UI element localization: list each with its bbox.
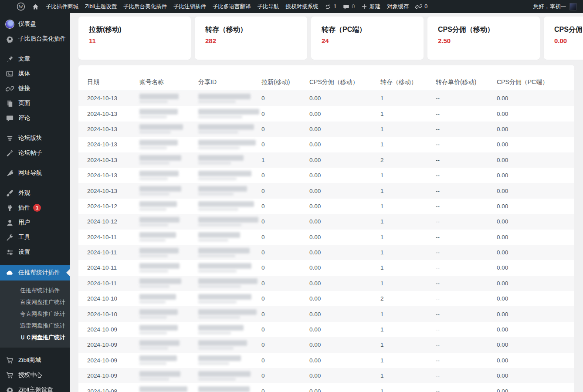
appearance-icon	[5, 189, 14, 197]
updates-indicator[interactable]: 1	[325, 3, 336, 10]
cell-save-mobile: 1	[380, 322, 436, 337]
stat-card-title: 转存（移动）	[205, 25, 297, 34]
sidebar-item-posts[interactable]: 文章	[0, 51, 70, 66]
cell-account-redacted	[139, 245, 198, 260]
cell-share-id-redacted	[198, 168, 261, 183]
admin-bar-item[interactable]: 子比多语言翻译	[213, 3, 251, 10]
sidebar-item-rentuibang-stats[interactable]: 任推帮统计插件	[0, 265, 70, 280]
cell-share-id-redacted	[198, 106, 261, 121]
sidebar-item-comments[interactable]: 评论	[0, 111, 70, 125]
sidebar-item-media[interactable]: 媒体	[0, 66, 70, 81]
comments-indicator[interactable]: 0	[343, 3, 355, 10]
cell-share-id-redacted	[198, 276, 261, 291]
sidebar: 仪表盘子比后台美化插件文章媒体链接页面评论论坛版块论坛帖子网址导航外观插件1用户…	[0, 13, 70, 392]
cell-date: 2024-10-10	[78, 306, 139, 321]
cell-date: 2024-10-11	[78, 245, 139, 260]
table-header-cell: CPS分佣（PC端）	[497, 74, 574, 91]
greeting[interactable]: 您好，李初一	[533, 3, 566, 10]
sliders-icon	[5, 248, 14, 257]
cell-laxin-mobile: 0	[261, 230, 309, 245]
sidebar-item-label: 论坛帖子	[18, 149, 42, 157]
update-icon	[325, 3, 331, 10]
submenu-item[interactable]: 夸克网盘推广统计	[0, 308, 70, 320]
submenu-item[interactable]: 任推帮统计插件	[0, 284, 70, 296]
table-row: 2024-10-1000.002--0.00	[78, 291, 574, 306]
sidebar-item-zibll-shop[interactable]: Zibll商城	[0, 353, 70, 368]
cell-account-redacted	[139, 322, 198, 337]
submenu-item[interactable]: 迅雷网盘推广统计	[0, 320, 70, 331]
chain-icon	[5, 84, 14, 93]
admin-bar-item[interactable]: Zibll主题设置	[85, 3, 117, 10]
cell-save-mobile: 2	[380, 152, 436, 168]
admin-bar-item[interactable]: 子比导航	[257, 3, 279, 10]
sidebar-item-pages[interactable]: 页面	[0, 96, 70, 111]
admin-bar: W 子比插件商城Zibll主题设置子比后台美化插件子比注销插件子比多语言翻译子比…	[0, 0, 583, 13]
sidebar-item-appearance[interactable]: 外观	[0, 186, 70, 200]
cell-laxin-mobile: 0	[261, 322, 309, 337]
cell-laxin-mobile: 0	[261, 245, 309, 260]
sidebar-menu: 仪表盘子比后台美化插件文章媒体链接页面评论论坛版块论坛帖子网址导航外观插件1用户…	[0, 17, 70, 392]
links-indicator[interactable]: 0	[415, 3, 427, 10]
cell-unit-price-mobile: --	[436, 368, 497, 383]
cell-save-mobile: 1	[380, 337, 436, 352]
cell-date: 2024-10-08	[78, 383, 139, 392]
sidebar-item-users[interactable]: 用户	[0, 215, 70, 230]
sidebar-item-links[interactable]: 链接	[0, 81, 70, 96]
cell-cps-pc: 0.00	[497, 152, 574, 168]
cell-cps-pc: 0.00	[497, 306, 574, 321]
sidebar-item-settings[interactable]: 设置	[0, 245, 70, 260]
dashboard-logo-icon	[5, 20, 14, 28]
sidebar-item-forum-posts[interactable]: 论坛帖子	[0, 145, 70, 160]
admin-bar-item[interactable]: 子比注销插件	[173, 3, 206, 10]
pin-icon	[5, 54, 14, 63]
cell-account-redacted	[139, 106, 198, 121]
cell-save-mobile: 2	[380, 291, 436, 306]
table-row: 2024-10-1100.001--0.00	[78, 260, 574, 275]
avatar[interactable]	[569, 3, 577, 10]
link-count: 0	[424, 3, 427, 10]
sidebar-item-nav-sites[interactable]: 网址导航	[0, 166, 70, 180]
menu-group-gap	[0, 260, 70, 265]
submenu-item[interactable]: 百度网盘推广统计	[0, 296, 70, 308]
cell-unit-price-mobile: --	[436, 152, 497, 168]
sidebar-item-license-center[interactable]: 授权中心	[0, 368, 70, 382]
sidebar-item-dashboard[interactable]: 仪表盘	[0, 17, 70, 31]
cell-cps-pc: 0.00	[497, 368, 574, 383]
stat-card-value: 24	[322, 37, 413, 44]
cell-cps-mobile: 0.00	[309, 276, 380, 291]
cell-unit-price-mobile: --	[436, 230, 497, 245]
sidebar-item-plugins[interactable]: 插件1	[0, 200, 70, 215]
admin-bar-item[interactable]: 授权对接系统	[285, 3, 318, 10]
sidebar-item-tools[interactable]: 工具	[0, 230, 70, 245]
sidebar-item-label: 链接	[18, 84, 30, 92]
object-cache-button[interactable]: 对象缓存	[387, 3, 409, 10]
cell-cps-pc: 0.00	[497, 353, 574, 368]
admin-bar-item[interactable]: 子比后台美化插件	[123, 3, 167, 10]
sidebar-item-label: 插件	[18, 204, 30, 212]
pages-icon	[5, 99, 14, 108]
cell-date: 2024-10-13	[78, 106, 139, 121]
cell-save-mobile: 1	[380, 260, 436, 275]
cell-laxin-mobile: 0	[261, 353, 309, 368]
stat-card-title: 转存（PC端）	[322, 25, 413, 34]
comment-count: 0	[352, 3, 355, 10]
plugin-icon	[5, 203, 14, 212]
cell-account-redacted	[139, 260, 198, 275]
home-icon[interactable]	[32, 3, 39, 10]
cell-share-id-redacted	[198, 152, 261, 168]
wordpress-logo-icon[interactable]: W	[17, 2, 25, 11]
cell-account-redacted	[139, 368, 198, 383]
submenu-item[interactable]: ＵＣ网盘推广统计	[0, 331, 70, 343]
cell-share-id-redacted	[198, 199, 261, 214]
sidebar-item-zibi-admin-beautify[interactable]: 子比后台美化插件	[0, 31, 70, 46]
sidebar-item-zibll-theme-settings[interactable]: Zibll主题设置	[0, 382, 70, 392]
admin-bar-menu: 子比插件商城Zibll主题设置子比后台美化插件子比注销插件子比多语言翻译子比导航…	[46, 3, 318, 10]
cell-cps-pc: 0.00	[497, 383, 574, 392]
gear-icon	[5, 385, 14, 392]
admin-bar-right: 您好，李初一	[533, 3, 579, 10]
stat-card-title: CPS分佣（PC端）	[554, 25, 583, 34]
cell-laxin-mobile: 1	[261, 152, 309, 168]
sidebar-item-forum-sections[interactable]: 论坛版块	[0, 131, 70, 145]
admin-bar-item[interactable]: 子比插件商城	[46, 3, 78, 10]
new-button[interactable]: 新建	[361, 3, 380, 10]
